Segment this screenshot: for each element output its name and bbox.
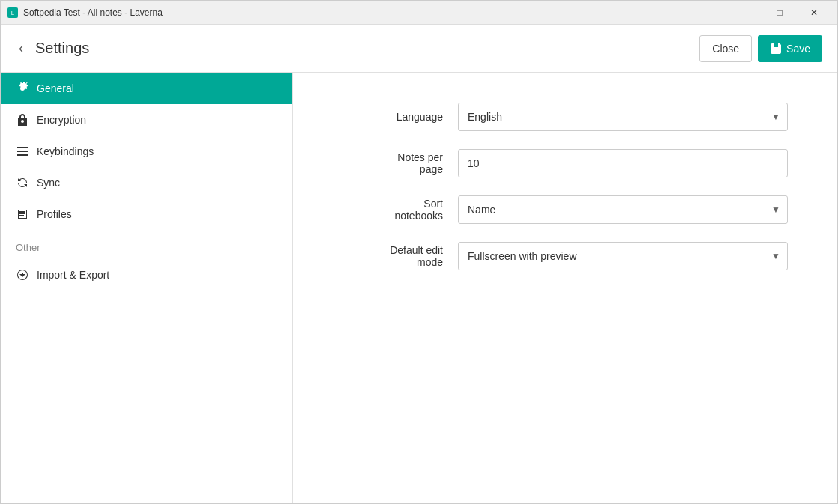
save-button[interactable]: Save bbox=[758, 35, 822, 62]
gear-icon bbox=[16, 82, 29, 95]
default-edit-mode-select[interactable]: Fullscreen with preview Edit only Previe… bbox=[458, 242, 788, 270]
language-control: English Français Deutsch Español Italian… bbox=[458, 103, 788, 131]
main-content: Language English Français Deutsch Españo… bbox=[293, 73, 837, 504]
title-bar-controls: ─ □ ✕ bbox=[728, 1, 831, 25]
back-button[interactable]: ‹ bbox=[16, 37, 26, 59]
header-left: ‹ Settings bbox=[16, 37, 89, 59]
header-actions: Close Save bbox=[699, 35, 822, 62]
window-close-button[interactable]: ✕ bbox=[797, 1, 831, 25]
save-icon bbox=[770, 43, 782, 55]
sidebar-item-keybindings[interactable]: Keybindings bbox=[1, 136, 292, 167]
notes-per-page-label: Notes perpage bbox=[338, 151, 458, 175]
sidebar: General Encryption bbox=[1, 73, 293, 504]
notes-per-page-row: Notes perpage bbox=[338, 149, 788, 177]
sidebar-item-import-export[interactable]: Import & Export bbox=[1, 259, 292, 291]
sidebar-item-profiles[interactable]: Profiles bbox=[1, 198, 292, 230]
language-label: Language bbox=[338, 111, 458, 123]
app-icon: L bbox=[7, 7, 19, 19]
sort-notebooks-row: Sortnotebooks Name Created Updated ▼ bbox=[338, 195, 788, 224]
body-layout: General Encryption bbox=[1, 73, 837, 504]
notes-per-page-input[interactable] bbox=[458, 149, 788, 177]
default-edit-mode-control: Fullscreen with preview Edit only Previe… bbox=[458, 242, 788, 270]
sidebar-item-encryption-label: Encryption bbox=[37, 114, 86, 126]
close-settings-button[interactable]: Close bbox=[699, 35, 752, 62]
title-bar: L Softpedia Test - All notes - Laverna ─… bbox=[1, 1, 837, 25]
page-title: Settings bbox=[35, 40, 89, 57]
svg-text:L: L bbox=[11, 10, 15, 16]
notes-per-page-control bbox=[458, 149, 788, 177]
svg-rect-4 bbox=[17, 154, 28, 156]
settings-header: ‹ Settings Close Save bbox=[1, 25, 837, 73]
sidebar-item-keybindings-label: Keybindings bbox=[37, 145, 94, 157]
language-row: Language English Français Deutsch Españo… bbox=[338, 103, 788, 131]
other-section-label: Other bbox=[1, 230, 292, 259]
sync-icon bbox=[16, 176, 29, 189]
svg-rect-3 bbox=[17, 151, 28, 152]
sidebar-item-import-export-label: Import & Export bbox=[37, 269, 109, 281]
sidebar-item-sync-label: Sync bbox=[37, 177, 60, 189]
sort-notebooks-label: Sortnotebooks bbox=[338, 198, 458, 222]
default-edit-mode-select-wrapper: Fullscreen with preview Edit only Previe… bbox=[458, 242, 788, 270]
sidebar-item-sync[interactable]: Sync bbox=[1, 167, 292, 198]
minimize-button[interactable]: ─ bbox=[728, 1, 762, 25]
language-select-wrapper: English Français Deutsch Español Italian… bbox=[458, 103, 788, 131]
maximize-button[interactable]: □ bbox=[762, 1, 797, 25]
window-title: Softpedia Test - All notes - Laverna bbox=[23, 7, 163, 18]
sidebar-item-profiles-label: Profiles bbox=[37, 208, 72, 220]
sort-notebooks-select[interactable]: Name Created Updated bbox=[458, 195, 788, 224]
list-icon bbox=[16, 145, 29, 158]
lock-icon bbox=[16, 113, 29, 127]
default-edit-mode-row: Default editmode Fullscreen with preview… bbox=[338, 242, 788, 270]
settings-form: Language English Français Deutsch Españo… bbox=[338, 103, 788, 270]
title-bar-left: L Softpedia Test - All notes - Laverna bbox=[7, 7, 163, 19]
profiles-icon bbox=[16, 207, 29, 221]
sidebar-item-general-label: General bbox=[37, 82, 74, 94]
app-container: ‹ Settings Close Save G bbox=[1, 25, 837, 504]
default-edit-mode-label: Default editmode bbox=[338, 244, 458, 268]
language-select[interactable]: English Français Deutsch Español Italian… bbox=[458, 103, 788, 131]
import-export-icon bbox=[16, 268, 29, 282]
svg-rect-2 bbox=[17, 147, 28, 148]
sidebar-item-encryption[interactable]: Encryption bbox=[1, 104, 292, 136]
sidebar-item-general[interactable]: General bbox=[1, 73, 292, 104]
sort-notebooks-select-wrapper: Name Created Updated ▼ bbox=[458, 195, 788, 224]
sort-notebooks-control: Name Created Updated ▼ bbox=[458, 195, 788, 224]
